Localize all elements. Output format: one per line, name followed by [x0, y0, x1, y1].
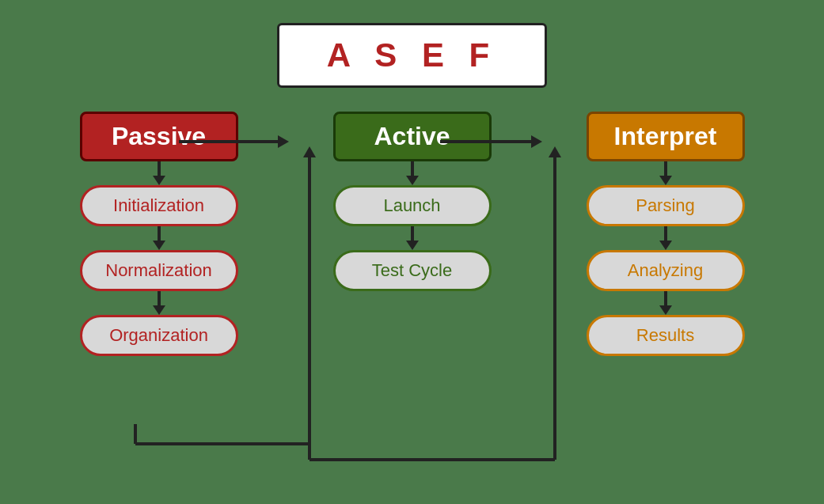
arrow-4: [406, 176, 419, 185]
interpret-column: Interpret Parsing Analyzing Results: [547, 112, 784, 356]
interpret-item-1: Parsing: [587, 185, 745, 226]
arrow-5: [406, 241, 419, 250]
columns-area: Passive Initialization Normalization: [17, 112, 808, 356]
interpret-item-2: Analyzing: [587, 250, 745, 291]
line-2: [158, 226, 161, 241]
arrow-8: [659, 305, 672, 315]
active-header: Active: [333, 112, 492, 161]
line-1: [158, 161, 161, 176]
line-4: [411, 161, 414, 176]
svg-marker-3: [531, 135, 542, 148]
passive-connector-1: [153, 161, 165, 185]
interpret-header: Interpret: [587, 112, 745, 161]
active-column: Active Launch Test Cycle: [294, 112, 531, 291]
arrow-6: [659, 176, 672, 185]
passive-connector-2: [153, 226, 165, 250]
title-box: A S E F: [277, 23, 547, 88]
passive-item-1: Initialization: [80, 185, 238, 226]
arrow-2: [153, 241, 165, 250]
interpret-item-3: Results: [587, 315, 745, 356]
diagram-container: A S E F P: [17, 15, 808, 490]
line-6: [664, 161, 667, 176]
line-8: [664, 291, 667, 305]
active-item-1: Launch: [333, 185, 492, 226]
passive-item-2: Normalization: [80, 250, 238, 291]
line-5: [411, 226, 414, 241]
line-3: [158, 291, 161, 305]
interpret-connector-2: [659, 226, 672, 250]
arrow-3: [153, 305, 165, 315]
passive-header: Passive: [80, 112, 238, 161]
active-connector-2: [406, 226, 419, 250]
arrow-7: [659, 241, 672, 250]
active-item-2: Test Cycle: [333, 250, 492, 291]
active-connector-1: [406, 161, 419, 185]
interpret-connector-1: [659, 161, 672, 185]
passive-column: Passive Initialization Normalization: [40, 112, 278, 356]
svg-marker-1: [278, 135, 289, 148]
passive-connector-3: [153, 291, 165, 315]
line-7: [664, 226, 667, 241]
arrow-1: [153, 176, 165, 185]
interpret-connector-3: [659, 291, 672, 315]
passive-item-3: Organization: [80, 315, 238, 356]
title-text: A S E F: [327, 36, 497, 74]
